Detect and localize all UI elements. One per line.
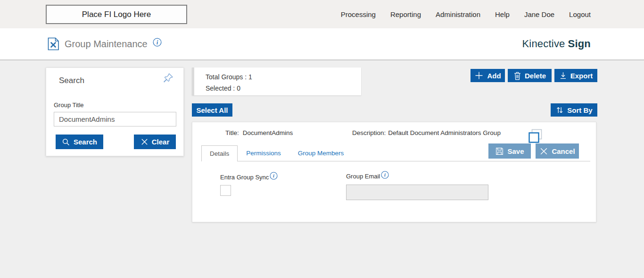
search-panel-title: Search <box>59 76 84 85</box>
delete-button-label: Delete <box>525 72 546 80</box>
download-icon <box>559 71 567 80</box>
top-bar: Place FI Logo Here Processing Reporting … <box>0 0 644 28</box>
tab-permissions-label: Permissions <box>246 150 281 157</box>
total-groups-value: 1 <box>248 73 252 81</box>
copy-icon[interactable] <box>528 128 543 144</box>
page-info-icon[interactable]: i <box>153 38 162 49</box>
document-tools-icon <box>47 37 59 51</box>
delete-button[interactable]: Delete <box>508 69 552 82</box>
search-panel: Search Group Title Search Clear <box>46 67 184 156</box>
tab-details-label: Details <box>210 150 229 157</box>
sub-header: Group Maintenance i Kinective Sign <box>0 28 644 60</box>
save-button[interactable]: Save <box>488 143 531 159</box>
group-title-field-label: Title: <box>225 129 239 136</box>
add-button-label: Add <box>487 72 501 80</box>
search-button-label: Search <box>74 138 97 146</box>
svg-text:i: i <box>273 173 274 178</box>
selected-label: Selected : <box>206 84 235 92</box>
selected-line: Selected : 0 <box>206 83 361 94</box>
search-button[interactable]: Search <box>56 135 103 149</box>
nav-item-user[interactable]: Jane Doe <box>524 10 554 18</box>
group-description-line: Description:Default Document Administrat… <box>352 129 501 136</box>
group-title-line: Title:DocumentAdmins <box>225 129 293 136</box>
save-button-label: Save <box>507 147 524 155</box>
cancel-button[interactable]: Cancel <box>536 143 579 159</box>
sort-by-button[interactable]: Sort By <box>551 103 597 117</box>
clear-button[interactable]: Clear <box>134 135 176 149</box>
nav-item-help[interactable]: Help <box>495 10 510 18</box>
entra-group-sync-info-icon[interactable]: i <box>270 172 278 181</box>
fi-logo-placeholder: Place FI Logo Here <box>46 5 187 24</box>
group-email-info-icon[interactable]: i <box>381 171 389 180</box>
add-button[interactable]: Add <box>471 69 505 82</box>
nav-item-processing[interactable]: Processing <box>341 10 376 18</box>
group-description-field-value: Default Document Administrators Group <box>388 129 501 136</box>
magnifier-icon <box>62 138 70 146</box>
tab-group-members[interactable]: Group Members <box>289 145 353 161</box>
trash-icon <box>513 71 521 80</box>
clear-button-label: Clear <box>152 138 170 146</box>
tab-details[interactable]: Details <box>201 145 238 161</box>
total-groups-line: Total Groups : 1 <box>206 71 361 83</box>
totals-box: Total Groups : 1 Selected : 0 <box>192 67 361 95</box>
cancel-button-label: Cancel <box>552 147 575 155</box>
x-icon <box>539 147 548 156</box>
page-title-wrap: Group Maintenance i <box>47 28 162 59</box>
group-maintenance-page: Place FI Logo Here Processing Reporting … <box>0 0 644 278</box>
export-button-label: Export <box>570 72 593 80</box>
main-nav: Processing Reporting Administration Help… <box>341 0 591 28</box>
svg-text:i: i <box>384 172 386 177</box>
entra-group-sync-checkbox[interactable] <box>220 185 231 196</box>
group-title-field-value: DocumentAdmins <box>243 129 293 136</box>
group-email-label-row: Group Email i <box>346 173 389 180</box>
group-row-card: Title:DocumentAdmins Description:Default… <box>192 122 596 222</box>
group-description-field-label: Description: <box>352 129 386 136</box>
entra-group-sync-label: Entra Group Sync <box>220 174 269 181</box>
group-email-input <box>346 185 488 200</box>
tab-group-members-label: Group Members <box>298 150 344 157</box>
nav-item-administration[interactable]: Administration <box>436 10 480 18</box>
selected-value: 0 <box>237 84 240 92</box>
floppy-disk-icon <box>495 147 504 156</box>
group-title-input[interactable] <box>54 112 176 126</box>
brand-product: Sign <box>568 38 591 50</box>
page-title: Group Maintenance <box>65 39 148 50</box>
svg-text:i: i <box>157 39 158 45</box>
sort-by-button-label: Sort By <box>567 106 592 114</box>
total-groups-label: Total Groups : <box>206 73 247 81</box>
brand-name: Kinective <box>522 38 565 50</box>
entra-group-sync-label-row: Entra Group Sync i <box>220 174 278 181</box>
group-tabs: Details Permissions Group Members <box>201 145 590 161</box>
tab-permissions[interactable]: Permissions <box>238 145 289 161</box>
select-all-button[interactable]: Select All <box>192 103 232 117</box>
nav-item-logout[interactable]: Logout <box>569 10 591 18</box>
select-all-button-label: Select All <box>197 106 228 114</box>
pushpin-icon[interactable] <box>162 72 174 84</box>
plus-icon <box>474 71 484 80</box>
group-title-label: Group Title <box>54 101 84 109</box>
export-button[interactable]: Export <box>554 69 597 82</box>
brand-logo: Kinective Sign <box>522 28 591 59</box>
x-icon <box>140 138 149 146</box>
fi-logo-text: Place FI Logo Here <box>82 10 151 19</box>
nav-item-reporting[interactable]: Reporting <box>390 10 421 18</box>
up-down-arrows-icon <box>555 106 564 114</box>
group-email-label: Group Email <box>346 173 380 180</box>
